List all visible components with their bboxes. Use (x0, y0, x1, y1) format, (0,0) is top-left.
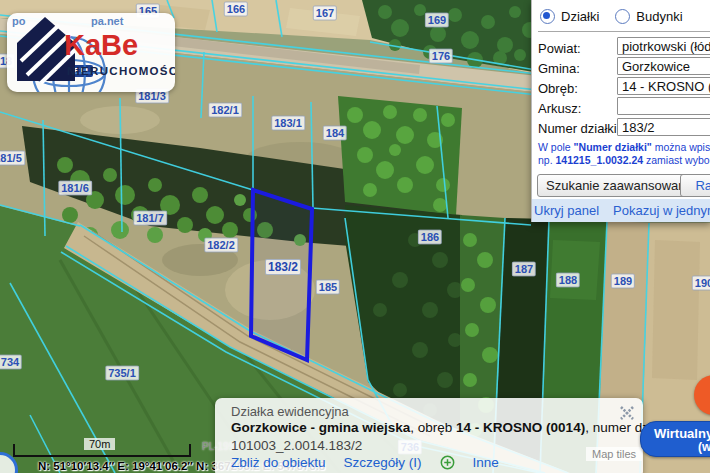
powiat-label: Powiat: (538, 40, 581, 58)
parcel-label: 182/2 (204, 238, 238, 253)
parcel-label: 190 (692, 276, 710, 291)
details-link[interactable]: Szczegóły (I) (344, 455, 422, 470)
field-row-powiat: Powiat: (538, 40, 581, 58)
parcel-label: 182/1 (208, 103, 242, 118)
field-row-gmina: Gmina: (538, 60, 580, 78)
hide-panel-link[interactable]: Ukryj panel (534, 203, 599, 218)
parcel-label: 166 (224, 2, 248, 17)
hint-text: W pole "Numer działki" można wpisać pełn… (538, 141, 710, 167)
parcel-label: 185 (316, 280, 340, 295)
gmina-label: Gmina: (538, 60, 580, 78)
brand-name: KaBe (64, 29, 138, 62)
field-row-obreb: Obręb: (538, 80, 578, 98)
parcel-label: 187 (512, 262, 536, 277)
parcel-label: 735/1 (105, 366, 139, 381)
parcel-identifier: 101003_2.0014.183/2 (231, 438, 362, 453)
app-window: 16516616716917618181/3182/1183/1184181/5… (0, 0, 710, 473)
advanced-search-button[interactable]: Szukanie zaawansowane (537, 174, 702, 197)
scale-label: 70m (84, 438, 115, 450)
parcel-label: 734 (0, 355, 22, 370)
other-actions-link[interactable]: Inne (473, 455, 499, 470)
arkusz-label: Arkusz: (538, 100, 581, 118)
assistant-label: Wirtualny Asystent (654, 426, 710, 441)
obreb-label: Obręb: (538, 80, 578, 98)
virtual-assistant-button[interactable]: Wirtualny Asystent (w (640, 421, 710, 457)
parcel-label: 181/7 (133, 211, 167, 226)
field-row-arkusz: Arkusz: (538, 100, 581, 118)
add-circle-icon[interactable] (440, 455, 455, 470)
parcel-label: 169 (425, 13, 449, 28)
numer-dzialki-label: Numer działki: (538, 120, 620, 138)
zoom-to-object-link[interactable]: Zbliż do obiektu (231, 455, 326, 470)
radio-parcels[interactable] (540, 9, 555, 24)
brand-subtitle: NIERUCHOMOŚCI (67, 65, 175, 77)
parcel-info-popup: Działka ewidencyjna Gorzkowice - gmina w… (215, 398, 643, 473)
radio-buildings[interactable] (615, 9, 630, 24)
parcel-label: 181/6 (58, 181, 92, 196)
radio-buildings-label[interactable]: Budynki (636, 9, 682, 24)
parcel-label: 183/1 (271, 116, 305, 131)
panel-links-bar: Ukryj panel Pokazuj w jednym oknie (532, 199, 710, 222)
assistant-sublabel: (w (698, 440, 710, 454)
single-window-link[interactable]: Pokazuj w jednym oknie (613, 203, 710, 218)
parcel-label: 189 (611, 274, 635, 289)
search-panel: Działki Budynki Powiat: Gmina: Obręb: Ar… (531, 0, 710, 222)
report-button[interactable]: Raport (680, 174, 710, 197)
radio-parcels-label[interactable]: Działki (561, 9, 599, 24)
arkusz-input[interactable] (617, 97, 710, 115)
parcel-label: 184 (323, 126, 347, 141)
panel-divider (538, 31, 710, 32)
parcel-label: 183/2 (265, 259, 301, 275)
parcel-label: 176 (429, 49, 453, 64)
numer-dzialki-input[interactable] (617, 118, 710, 136)
scale-bar: 70m (12, 440, 192, 460)
gmina-select[interactable] (617, 57, 710, 75)
obreb-select[interactable] (617, 77, 710, 95)
parcel-label: 181/5 (0, 151, 25, 166)
parcel-label: 186 (418, 230, 442, 245)
popup-actions: Zbliż do obiektu Szczegóły (I) Inne (231, 455, 499, 470)
kabe-logo: po pa.net YSTEM KaBe NIERUCHOMOŚCI (7, 13, 175, 92)
powiat-select[interactable] (617, 37, 710, 55)
field-row-numer: Numer działki: (538, 120, 620, 138)
popup-parcel-description: Gorzkowice - gmina wiejska, obręb 14 - K… (231, 420, 686, 435)
popup-title: Działka ewidencyjna (231, 404, 349, 419)
layer-radio-group: Działki Budynki (540, 9, 693, 24)
map-attribution: Map tiles (586, 447, 642, 461)
parcel-label: 167 (313, 6, 337, 21)
close-icon[interactable] (620, 406, 634, 420)
parcel-label: 188 (556, 273, 580, 288)
